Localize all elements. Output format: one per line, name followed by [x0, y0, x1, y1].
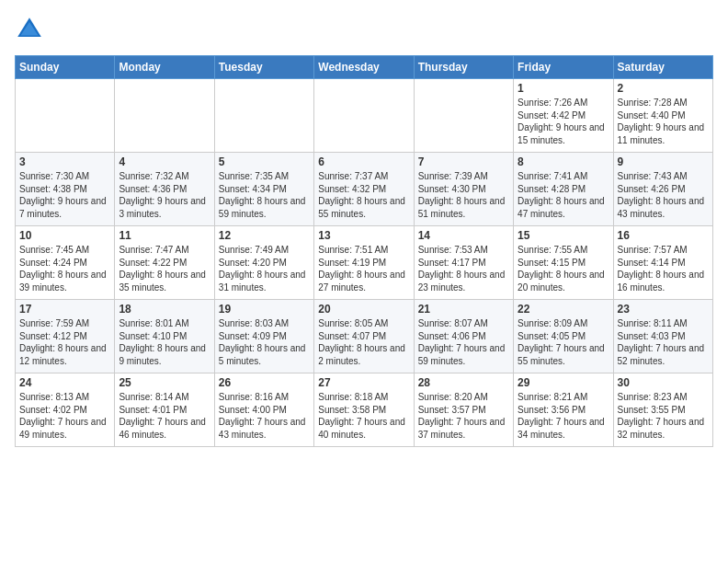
calendar-cell: 17Sunrise: 7:59 AM Sunset: 4:12 PM Dayli… — [16, 300, 115, 373]
day-of-week-header: Tuesday — [214, 56, 313, 79]
day-info: Sunrise: 7:43 AM Sunset: 4:26 PM Dayligh… — [618, 170, 709, 220]
calendar-cell — [214, 79, 313, 153]
calendar-table: SundayMondayTuesdayWednesdayThursdayFrid… — [15, 55, 713, 447]
day-number: 28 — [418, 376, 509, 389]
day-number: 9 — [618, 155, 709, 168]
day-number: 7 — [418, 155, 509, 168]
calendar-cell: 13Sunrise: 7:51 AM Sunset: 4:19 PM Dayli… — [314, 226, 414, 300]
calendar-cell: 14Sunrise: 7:53 AM Sunset: 4:17 PM Dayli… — [414, 226, 513, 300]
calendar-week-row: 3Sunrise: 7:30 AM Sunset: 4:38 PM Daylig… — [16, 153, 713, 226]
calendar-cell — [414, 79, 513, 153]
day-info: Sunrise: 7:53 AM Sunset: 4:17 PM Dayligh… — [418, 244, 509, 293]
day-number: 17 — [19, 303, 110, 316]
day-number: 16 — [618, 229, 709, 242]
calendar-cell: 5Sunrise: 7:35 AM Sunset: 4:34 PM Daylig… — [214, 153, 313, 226]
logo-icon — [15, 15, 44, 44]
calendar-cell: 12Sunrise: 7:49 AM Sunset: 4:20 PM Dayli… — [214, 226, 313, 300]
day-info: Sunrise: 7:32 AM Sunset: 4:36 PM Dayligh… — [119, 170, 210, 220]
day-number: 6 — [318, 155, 409, 168]
day-of-week-header: Sunday — [16, 56, 115, 79]
day-of-week-header: Saturday — [613, 56, 712, 79]
calendar-week-row: 1Sunrise: 7:26 AM Sunset: 4:42 PM Daylig… — [16, 79, 713, 153]
calendar-cell: 18Sunrise: 8:01 AM Sunset: 4:10 PM Dayli… — [115, 300, 214, 373]
day-number: 14 — [418, 229, 509, 242]
day-number: 21 — [418, 303, 509, 316]
day-info: Sunrise: 7:49 AM Sunset: 4:20 PM Dayligh… — [219, 244, 310, 293]
day-number: 13 — [318, 229, 409, 242]
day-info: Sunrise: 7:35 AM Sunset: 4:34 PM Dayligh… — [219, 170, 310, 220]
day-info: Sunrise: 8:23 AM Sunset: 3:55 PM Dayligh… — [618, 391, 709, 441]
day-info: Sunrise: 8:13 AM Sunset: 4:02 PM Dayligh… — [19, 391, 110, 441]
calendar-body: 1Sunrise: 7:26 AM Sunset: 4:42 PM Daylig… — [16, 79, 713, 447]
calendar-cell: 9Sunrise: 7:43 AM Sunset: 4:26 PM Daylig… — [613, 153, 712, 226]
calendar-cell: 21Sunrise: 8:07 AM Sunset: 4:06 PM Dayli… — [414, 300, 513, 373]
calendar-cell: 22Sunrise: 8:09 AM Sunset: 4:05 PM Dayli… — [514, 300, 613, 373]
day-info: Sunrise: 7:26 AM Sunset: 4:42 PM Dayligh… — [518, 97, 609, 146]
day-info: Sunrise: 8:21 AM Sunset: 3:56 PM Dayligh… — [518, 391, 609, 441]
day-info: Sunrise: 7:59 AM Sunset: 4:12 PM Dayligh… — [19, 317, 110, 367]
day-number: 19 — [219, 303, 310, 316]
day-info: Sunrise: 7:51 AM Sunset: 4:19 PM Dayligh… — [318, 244, 409, 293]
day-number: 30 — [618, 376, 709, 389]
calendar-cell: 1Sunrise: 7:26 AM Sunset: 4:42 PM Daylig… — [514, 79, 613, 153]
calendar-week-row: 17Sunrise: 7:59 AM Sunset: 4:12 PM Dayli… — [16, 300, 713, 373]
calendar-cell: 3Sunrise: 7:30 AM Sunset: 4:38 PM Daylig… — [16, 153, 115, 226]
day-number: 25 — [119, 376, 210, 389]
day-number: 22 — [518, 303, 609, 316]
day-number: 10 — [19, 229, 110, 242]
calendar-cell: 4Sunrise: 7:32 AM Sunset: 4:36 PM Daylig… — [115, 153, 214, 226]
calendar-cell: 30Sunrise: 8:23 AM Sunset: 3:55 PM Dayli… — [613, 373, 712, 447]
calendar-cell — [115, 79, 214, 153]
calendar-cell — [16, 79, 115, 153]
day-info: Sunrise: 8:05 AM Sunset: 4:07 PM Dayligh… — [318, 317, 409, 367]
calendar-header-row: SundayMondayTuesdayWednesdayThursdayFrid… — [16, 56, 713, 79]
day-number: 2 — [618, 82, 709, 95]
calendar-cell: 26Sunrise: 8:16 AM Sunset: 4:00 PM Dayli… — [214, 373, 313, 447]
calendar-cell: 8Sunrise: 7:41 AM Sunset: 4:28 PM Daylig… — [514, 153, 613, 226]
logo — [15, 15, 48, 44]
day-of-week-header: Friday — [514, 56, 613, 79]
day-info: Sunrise: 8:07 AM Sunset: 4:06 PM Dayligh… — [418, 317, 509, 367]
day-number: 23 — [618, 303, 709, 316]
day-info: Sunrise: 8:01 AM Sunset: 4:10 PM Dayligh… — [119, 317, 210, 367]
calendar-cell: 6Sunrise: 7:37 AM Sunset: 4:32 PM Daylig… — [314, 153, 414, 226]
day-info: Sunrise: 8:18 AM Sunset: 3:58 PM Dayligh… — [318, 391, 409, 441]
calendar-cell: 27Sunrise: 8:18 AM Sunset: 3:58 PM Dayli… — [314, 373, 414, 447]
day-info: Sunrise: 8:14 AM Sunset: 4:01 PM Dayligh… — [119, 391, 210, 441]
calendar-week-row: 10Sunrise: 7:45 AM Sunset: 4:24 PM Dayli… — [16, 226, 713, 300]
day-info: Sunrise: 7:45 AM Sunset: 4:24 PM Dayligh… — [19, 244, 110, 293]
day-info: Sunrise: 7:39 AM Sunset: 4:30 PM Dayligh… — [418, 170, 509, 220]
calendar-cell: 19Sunrise: 8:03 AM Sunset: 4:09 PM Dayli… — [214, 300, 313, 373]
calendar-week-row: 24Sunrise: 8:13 AM Sunset: 4:02 PM Dayli… — [16, 373, 713, 447]
day-info: Sunrise: 7:28 AM Sunset: 4:40 PM Dayligh… — [618, 97, 709, 146]
day-number: 24 — [19, 376, 110, 389]
day-info: Sunrise: 7:55 AM Sunset: 4:15 PM Dayligh… — [518, 244, 609, 293]
calendar-cell: 20Sunrise: 8:05 AM Sunset: 4:07 PM Dayli… — [314, 300, 414, 373]
calendar-cell — [314, 79, 414, 153]
day-info: Sunrise: 7:30 AM Sunset: 4:38 PM Dayligh… — [19, 170, 110, 220]
day-number: 26 — [219, 376, 310, 389]
day-info: Sunrise: 7:37 AM Sunset: 4:32 PM Dayligh… — [318, 170, 409, 220]
day-info: Sunrise: 8:20 AM Sunset: 3:57 PM Dayligh… — [418, 391, 509, 441]
calendar-cell: 10Sunrise: 7:45 AM Sunset: 4:24 PM Dayli… — [16, 226, 115, 300]
day-info: Sunrise: 8:03 AM Sunset: 4:09 PM Dayligh… — [219, 317, 310, 367]
day-number: 5 — [219, 155, 310, 168]
day-of-week-header: Wednesday — [314, 56, 414, 79]
day-number: 12 — [219, 229, 310, 242]
calendar-cell: 16Sunrise: 7:57 AM Sunset: 4:14 PM Dayli… — [613, 226, 712, 300]
day-info: Sunrise: 8:09 AM Sunset: 4:05 PM Dayligh… — [518, 317, 609, 367]
day-info: Sunrise: 7:57 AM Sunset: 4:14 PM Dayligh… — [618, 244, 709, 293]
day-of-week-header: Monday — [115, 56, 214, 79]
day-info: Sunrise: 8:11 AM Sunset: 4:03 PM Dayligh… — [618, 317, 709, 367]
calendar-cell: 24Sunrise: 8:13 AM Sunset: 4:02 PM Dayli… — [16, 373, 115, 447]
calendar-cell: 25Sunrise: 8:14 AM Sunset: 4:01 PM Dayli… — [115, 373, 214, 447]
day-number: 20 — [318, 303, 409, 316]
day-number: 11 — [119, 229, 210, 242]
day-number: 8 — [518, 155, 609, 168]
day-number: 15 — [518, 229, 609, 242]
day-of-week-header: Thursday — [414, 56, 513, 79]
calendar-cell: 2Sunrise: 7:28 AM Sunset: 4:40 PM Daylig… — [613, 79, 712, 153]
page-header — [15, 15, 713, 44]
calendar-cell: 23Sunrise: 8:11 AM Sunset: 4:03 PM Dayli… — [613, 300, 712, 373]
day-info: Sunrise: 7:47 AM Sunset: 4:22 PM Dayligh… — [119, 244, 210, 293]
